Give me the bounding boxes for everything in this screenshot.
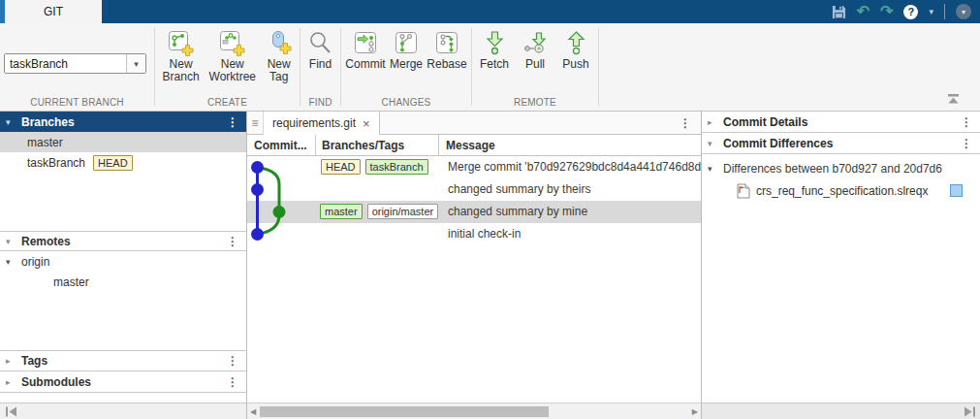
- pull-icon: [522, 30, 549, 56]
- commit-differences-header[interactable]: ▾ Commit Differences ⋮: [702, 133, 980, 154]
- remote-origin-label: origin: [21, 255, 49, 269]
- commit-button[interactable]: Commit: [345, 23, 386, 71]
- titlebar-quick-access: ↶ ↷ ? ▾ ▾: [832, 0, 980, 23]
- merge-button[interactable]: Merge: [386, 23, 427, 71]
- tags-header-label: Tags: [21, 354, 47, 368]
- tab-requirements-git[interactable]: requirements.git ×: [264, 112, 380, 135]
- differences-root-label: Differences between b70d927 and 20d7d6: [723, 162, 942, 176]
- sidebar-section-remotes[interactable]: ▾ Remotes ⋮: [0, 231, 246, 251]
- branches-header-label: Branches: [21, 115, 75, 129]
- chevron-down-icon[interactable]: ▾: [6, 257, 21, 267]
- commit-row-merge[interactable]: HEAD taskBranch Merge commit 'b70d927629…: [247, 156, 701, 178]
- find-button[interactable]: Find: [300, 23, 341, 71]
- chevron-right-icon[interactable]: ▸: [6, 377, 21, 387]
- fetch-button[interactable]: Fetch: [474, 23, 515, 71]
- current-branch-dropdown-button[interactable]: ▾: [126, 54, 145, 73]
- new-branch-icon: [168, 30, 194, 56]
- sidebar-bottom-strip: [0, 403, 246, 419]
- taskbranch-badge: taskBranch: [365, 159, 428, 175]
- chevron-down-icon[interactable]: ▾: [708, 164, 723, 174]
- sidebar: ▾ Branches ⋮ master taskBranch HEAD ▾ Re…: [0, 112, 247, 419]
- section-label-current-branch: CURRENT BRANCH: [0, 97, 154, 108]
- diff-file-item[interactable]: crs_req_func_specification.slreqx: [702, 179, 980, 202]
- remote-item-origin[interactable]: ▾ origin: [0, 251, 246, 272]
- git-tool-window: GIT ↶ ↷ ? ▾ ▾: [0, 0, 980, 419]
- undo-icon[interactable]: ↶: [857, 4, 869, 19]
- commit-details-label: Commit Details: [723, 115, 807, 129]
- remote-item-origin-master[interactable]: master: [0, 272, 246, 292]
- tab-git[interactable]: GIT: [5, 0, 102, 23]
- new-branch-label: New Branch: [155, 58, 206, 83]
- new-tag-icon: [266, 30, 292, 56]
- commit-row-mine[interactable]: master origin/master changed summary by …: [247, 201, 701, 223]
- section-current-branch: ▾ CURRENT BRANCH: [0, 23, 154, 111]
- redo-icon[interactable]: ↷: [880, 4, 893, 19]
- remotes-menu-icon[interactable]: ⋮: [227, 235, 238, 248]
- chevron-down-icon: ▾: [134, 59, 139, 69]
- new-worktree-button[interactable]: New Worktree: [206, 23, 258, 83]
- commit-message: initial check-in: [448, 227, 701, 241]
- expand-right-panel-icon[interactable]: [964, 406, 976, 417]
- find-label: Find: [309, 58, 332, 71]
- document-bar-icon[interactable]: ≡: [247, 112, 264, 134]
- column-header-commit[interactable]: Commit...: [247, 135, 316, 155]
- branches-menu-icon[interactable]: ⋮: [227, 115, 238, 129]
- main-area: ▾ Branches ⋮ master taskBranch HEAD ▾ Re…: [0, 112, 980, 419]
- branch-item-master[interactable]: master: [0, 132, 246, 152]
- collapse-left-panel-icon[interactable]: [5, 406, 17, 417]
- commit-differences-menu-icon[interactable]: ⋮: [961, 137, 972, 150]
- new-branch-button[interactable]: New Branch: [155, 23, 206, 83]
- collapse-toolstrip-icon[interactable]: [946, 93, 961, 108]
- column-header-message[interactable]: Message: [439, 135, 701, 155]
- submodules-menu-icon[interactable]: ⋮: [227, 375, 238, 389]
- history-panel-menu-icon[interactable]: ⋮: [680, 116, 701, 130]
- column-header-branches-tags[interactable]: Branches/Tags: [316, 135, 439, 155]
- chevron-down-icon[interactable]: ▾: [6, 237, 21, 246]
- save-icon[interactable]: [832, 5, 846, 19]
- diff-file-name: crs_req_func_specification.slreqx: [756, 184, 928, 198]
- commit-details-header[interactable]: ▸ Commit Details ⋮: [702, 112, 980, 133]
- close-icon[interactable]: ×: [363, 117, 370, 130]
- section-changes: Commit Merge: [341, 23, 471, 111]
- tags-menu-icon[interactable]: ⋮: [227, 354, 238, 368]
- requirements-file-icon: [737, 183, 750, 199]
- new-tag-label: New Tag: [258, 58, 300, 83]
- push-button[interactable]: Push: [555, 23, 596, 71]
- section-find: Find FIND: [300, 23, 340, 111]
- section-label-find: FIND: [300, 97, 340, 108]
- help-dropdown-caret-icon[interactable]: ▾: [929, 7, 933, 16]
- section-create: New Branch New Worktree: [155, 23, 300, 111]
- commit-details-menu-icon[interactable]: ⋮: [961, 115, 972, 129]
- modified-indicator: [950, 184, 963, 197]
- details-panel: ▸ Commit Details ⋮ ▾ Commit Differences …: [702, 112, 980, 419]
- help-icon[interactable]: ?: [903, 5, 918, 19]
- commit-rows: HEAD taskBranch Merge commit 'b70d927629…: [247, 156, 701, 245]
- commit-row-initial[interactable]: initial check-in: [247, 223, 701, 245]
- push-icon: [563, 30, 589, 56]
- differences-tree-root[interactable]: ▾ Differences between b70d927 and 20d7d6: [702, 157, 980, 179]
- new-tag-button[interactable]: New Tag: [258, 23, 300, 83]
- commit-row-theirs[interactable]: changed summary by theirs: [247, 178, 701, 201]
- chevron-down-icon[interactable]: ▾: [6, 117, 21, 127]
- scroll-left-icon[interactable]: ◀: [250, 407, 256, 416]
- remotes-header-label: Remotes: [21, 235, 71, 248]
- sidebar-section-tags[interactable]: ▸ Tags ⋮: [0, 350, 246, 371]
- sidebar-section-submodules[interactable]: ▸ Submodules ⋮: [0, 371, 246, 393]
- chevron-right-icon[interactable]: ▸: [6, 356, 21, 366]
- horizontal-scrollbar[interactable]: ◀ ▶: [247, 403, 701, 419]
- sidebar-section-branches[interactable]: ▾ Branches ⋮: [0, 112, 246, 132]
- commit-message: changed summary by theirs: [448, 182, 701, 196]
- scrollbar-thumb[interactable]: [260, 406, 549, 417]
- rebase-icon: [434, 30, 460, 56]
- chevron-right-icon[interactable]: ▸: [708, 117, 723, 127]
- minimize-toolstrip-menu-icon[interactable]: ▾: [956, 4, 971, 19]
- toolstrip-separator: [598, 28, 599, 106]
- chevron-down-icon[interactable]: ▾: [708, 139, 723, 148]
- branch-item-taskbranch[interactable]: taskBranch HEAD: [0, 152, 246, 174]
- current-branch-input[interactable]: [5, 54, 126, 73]
- current-branch-combobox[interactable]: ▾: [4, 53, 146, 74]
- rebase-button[interactable]: Rebase: [427, 23, 467, 71]
- scroll-right-icon[interactable]: ▶: [692, 407, 698, 416]
- pull-button[interactable]: Pull: [515, 23, 555, 71]
- head-badge: HEAD: [93, 155, 133, 171]
